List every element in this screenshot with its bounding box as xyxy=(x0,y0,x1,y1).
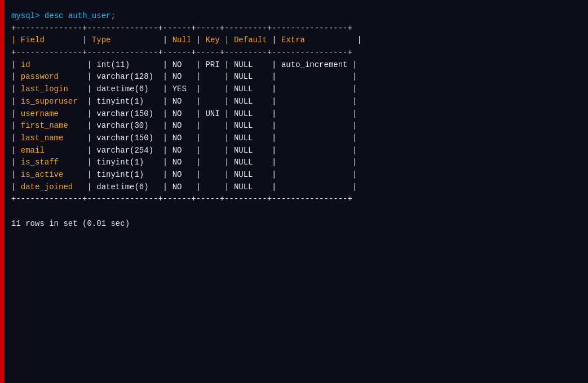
table-header: | Field | Type | Null | Key | Default | … xyxy=(11,35,362,44)
row-is-staff: | is_staff | tinyint(1) | NO | | NULL | … xyxy=(11,158,357,167)
footer-text: 11 rows in set (0.01 sec) xyxy=(11,219,130,228)
row-is-superuser: | is_superuser | tinyint(1) | NO | | NUL… xyxy=(11,97,357,106)
terminal-window: mysql> desc auth_user; +--------------+-… xyxy=(0,0,588,383)
separator-header: +--------------+---------------+------+-… xyxy=(11,48,352,57)
row-last-name: | last_name | varchar(150) | NO | | NULL… xyxy=(11,133,357,142)
row-username: | username | varchar(150) | NO | UNI | N… xyxy=(11,109,357,118)
prompt: mysql> xyxy=(11,11,39,20)
row-first-name: | first_name | varchar(30) | NO | | NULL… xyxy=(11,121,357,130)
command: desc auth_user; xyxy=(39,11,115,20)
row-date-joined: | date_joined | datetime(6) | NO | | NUL… xyxy=(11,182,357,192)
separator-bottom: +--------------+---------------+------+-… xyxy=(11,194,352,203)
red-accent-bar xyxy=(0,0,5,383)
row-password: | password | varchar(128) | NO | | NULL … xyxy=(11,72,357,81)
row-is-active: | is_active | tinyint(1) | NO | | NULL |… xyxy=(11,170,357,179)
row-last-login: | last_login | datetime(6) | YES | | NUL… xyxy=(11,84,357,93)
row-email: | email | varchar(254) | NO | | NULL | | xyxy=(11,146,357,155)
terminal-output: mysql> desc auth_user; +--------------+-… xyxy=(11,10,581,230)
row-id: | id | int(11) | NO | PRI | NULL | auto_… xyxy=(11,60,357,69)
separator-top: +--------------+---------------+------+-… xyxy=(11,24,352,33)
terminal-content: mysql> desc auth_user; +--------------+-… xyxy=(5,6,588,234)
